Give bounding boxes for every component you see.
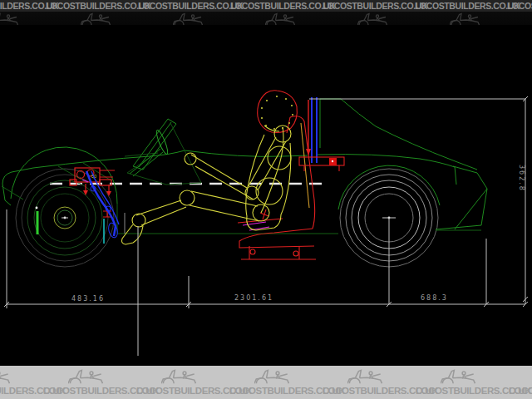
watermark-text: LOCOSTBUILDERS.CO.UK [0,386,43,396]
watermark-text: LOCOSTBUILDERS.CO.UK [46,1,138,11]
locost-car-icon [254,367,289,387]
locost-car-icon [81,11,111,25]
watermark-text: LOCOSTBUILDERS.CO.UK [0,1,46,11]
watermark-icon-row [0,367,532,387]
dimension-label-right: 688.3 [421,294,448,302]
watermark-text: LOCOSTBUILDERS.CO.UK [230,1,323,11]
watermark-text: LOCOSTBUILDERS.CO.UK [229,386,323,396]
locost-car-icon [173,11,203,25]
watermark-text-row: LOCOSTBUILDERS.CO.UK LOCOSTBUILDERS.CO.U… [0,386,532,396]
watermark-text: LOCOSTBUILDERS.CO.UK [138,1,230,11]
screen: 50 [0,0,532,399]
locost-car-icon [161,367,196,387]
locost-car-icon [357,11,387,25]
watermark-banner-top: LOCOSTBUILDERS.CO.UK LOCOSTBUILDERS.CO.U… [0,0,532,25]
watermark-text-row: LOCOSTBUILDERS.CO.UK LOCOSTBUILDERS.CO.U… [0,1,532,11]
locost-car-icon [0,367,10,387]
watermark-text: LOCOSTBUILDERS.CO.UK [416,386,509,396]
watermark-text: LOCOSTBUILDERS.CO.UK [136,386,229,396]
watermark-text: LOCOSTBUILDERS.CO.UK [507,1,532,11]
locost-car-icon [265,11,295,25]
watermark-text: LOCOSTBUILDERS.CO.UK [43,386,136,396]
locost-car-icon [347,367,382,387]
locost-car-icon [441,367,475,387]
watermark-text: LOCOSTBUILDERS.CO.UK [509,386,532,396]
watermark-text: LOCOSTBUILDERS.CO.UK [323,1,415,11]
dimension-label-left: 483.16 [71,295,105,303]
watermark-text: LOCOSTBUILDERS.CO.UK [323,386,416,396]
watermark-banner-bottom: LOCOSTBUILDERS.CO.UK LOCOSTBUILDERS.CO.U… [0,366,532,399]
cad-drawing: 50 [0,0,532,399]
locost-car-icon [68,367,103,387]
locost-car-icon [0,11,18,25]
dimension-label-height: 362.8 [518,165,525,192]
dimension-label-center: 2301.61 [234,294,273,302]
locost-car-icon [450,11,480,25]
watermark-icon-row [0,11,532,25]
watermark-text: LOCOSTBUILDERS.CO.UK [415,1,507,11]
